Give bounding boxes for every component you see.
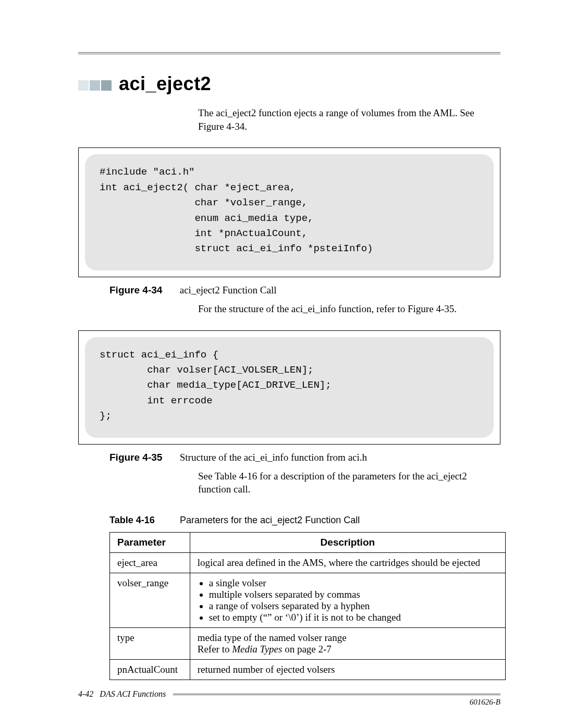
table-row: volser_range a single volser multiple vo… <box>110 573 506 628</box>
table-16-caption: Table 4-16 Parameters for the aci_eject2… <box>109 515 500 526</box>
table-header-row: Parameter Description <box>110 533 506 553</box>
table-row: pnActualCount returned number of ejected… <box>110 660 506 680</box>
after-fig35-paragraph: See Table 4-16 for a description of the … <box>198 470 500 496</box>
cell-param: volser_range <box>110 573 190 628</box>
after-fig34-paragraph: For the structure of the aci_ei_info fun… <box>198 302 500 316</box>
figure-35-label: Figure 4-35 <box>109 452 177 463</box>
volser-bullets: a single volser multiple volsers separat… <box>198 577 498 623</box>
heading-squares-icon <box>78 77 112 91</box>
top-rule <box>78 52 500 54</box>
section-heading-row: aci_eject2 <box>78 73 500 95</box>
cell-param: eject_area <box>110 553 190 573</box>
cell-param: pnActualCount <box>110 660 190 680</box>
table-16-title: Parameters for the aci_eject2 Function C… <box>180 515 360 525</box>
code-block-1: #include "aci.h" int aci_eject2( char *e… <box>85 154 494 270</box>
code-block-2: struct aci_ei_info { char volser[ACI_VOL… <box>85 337 494 438</box>
intro-paragraph: The aci_eject2 function ejects a range o… <box>198 106 500 133</box>
table-row: eject_area logical area defined in the A… <box>110 553 506 573</box>
figure-35-caption: Figure 4-35 Structure of the aci_ei_info… <box>109 452 500 463</box>
cell-desc: returned number of ejected volsers <box>190 660 505 680</box>
list-item: multiple volsers separated by commas <box>209 589 498 600</box>
list-item: a range of volsers separated by a hyphen <box>209 600 498 612</box>
page-footer: 4-42 DAS ACI Functions 601626-B <box>78 689 500 699</box>
list-item: a single volser <box>209 577 498 589</box>
th-parameter: Parameter <box>110 533 190 553</box>
figure-35-codebox: struct aci_ei_info { char volser[ACI_VOL… <box>78 330 500 445</box>
type-desc-pre: Refer to <box>198 644 232 655</box>
footer-page-number: 4-42 <box>78 689 93 698</box>
cell-desc: a single volser multiple volsers separat… <box>190 573 505 628</box>
section-title: aci_eject2 <box>119 73 211 95</box>
table-16-label: Table 4-16 <box>109 515 177 526</box>
media-types-ref: Media Types <box>232 644 282 655</box>
figure-34-caption: Figure 4-34 aci_eject2 Function Call <box>109 285 500 296</box>
footer-doc-number: 601626-B <box>470 698 500 707</box>
table-row: type media type of the named volser rang… <box>110 628 506 660</box>
figure-34-label: Figure 4-34 <box>109 285 177 296</box>
cell-param: type <box>110 628 190 660</box>
figure-35-title: Structure of the aci_ei_info function fr… <box>180 452 367 463</box>
figure-34-codebox: #include "aci.h" int aci_eject2( char *e… <box>78 147 500 277</box>
parameters-table: Parameter Description eject_area logical… <box>109 532 506 680</box>
footer-section-title: DAS ACI Functions <box>100 689 166 698</box>
cell-desc: media type of the named volser range Ref… <box>190 628 505 660</box>
type-desc-line2: Refer to Media Types on page 2-7 <box>198 644 498 655</box>
cell-desc: logical area defined in the AMS, where t… <box>190 553 505 573</box>
type-desc-post: on page 2-7 <box>282 644 331 655</box>
footer-rule-line <box>173 694 500 695</box>
th-description: Description <box>190 533 505 553</box>
figure-34-title: aci_eject2 Function Call <box>180 285 277 295</box>
type-desc-line1: media type of the named volser range <box>198 632 498 644</box>
list-item: set to empty (“” or ‘\0’) if it is not t… <box>209 612 498 623</box>
